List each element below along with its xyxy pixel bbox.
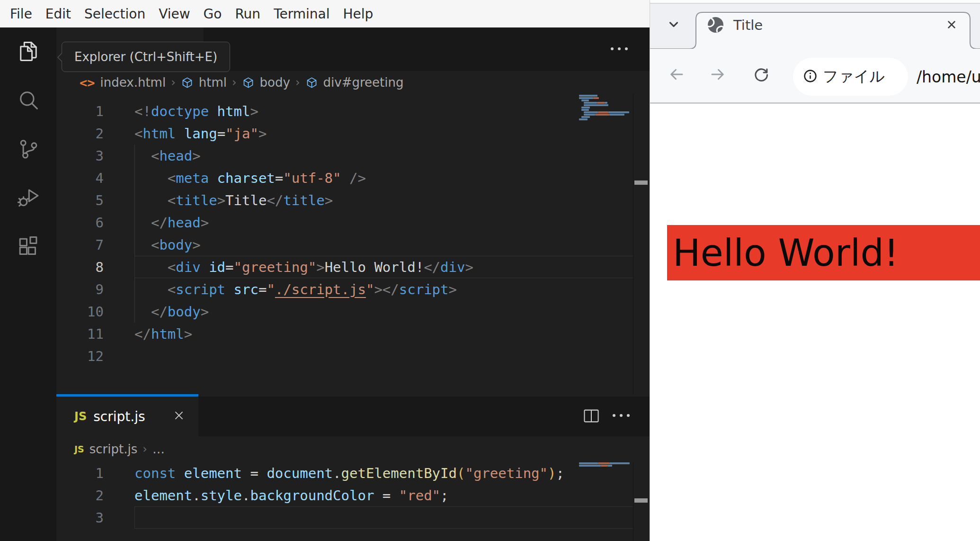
symbol-cube-icon: [242, 76, 255, 89]
activity-search-button[interactable]: [0, 76, 56, 125]
minimap[interactable]: [579, 95, 629, 121]
menu-item-selection[interactable]: Selection: [78, 6, 152, 22]
code-line[interactable]: 3 <head>: [56, 144, 633, 167]
line-number: 2: [56, 487, 104, 504]
tab-label: script.js: [93, 409, 145, 424]
reload-icon: [752, 66, 769, 85]
code-line[interactable]: 11</html>: [56, 323, 633, 345]
vscode-menu-bar: FileEditSelectionViewGoRunTerminalHelp: [0, 0, 650, 27]
back-button[interactable]: [667, 66, 686, 85]
menu-item-terminal[interactable]: Terminal: [267, 6, 336, 22]
close-icon: [945, 18, 958, 33]
extensions-icon: [16, 234, 41, 261]
ellipsis-icon: [611, 47, 614, 50]
info-icon: [793, 69, 818, 85]
js-code-editor[interactable]: 1const element = document.getElementById…: [56, 462, 633, 529]
forward-button[interactable]: [708, 66, 727, 85]
breadcrumb: <>index.html›html›body›div#greeting: [80, 71, 403, 94]
greeting-banner: Hello World!: [667, 225, 980, 280]
breadcrumb-item[interactable]: div#greeting: [323, 75, 404, 90]
current-line-highlight: [134, 506, 633, 529]
overview-ruler-cursor-mark: [634, 180, 648, 185]
breadcrumb-item[interactable]: body: [260, 75, 290, 90]
reload-button[interactable]: [751, 66, 770, 85]
explorer-tooltip: Explorer (Ctrl+Shift+E): [62, 42, 230, 72]
symbol-cube-icon: [181, 76, 194, 89]
menu-item-help[interactable]: Help: [336, 6, 380, 22]
browser-active-tab-shape: [650, 4, 980, 50]
tab-title: Title: [733, 17, 763, 33]
code-line[interactable]: 8 <div id="greeting">Hello World!</div>: [56, 256, 633, 278]
arrow-left-icon: [668, 66, 685, 85]
activity-source-control-button[interactable]: [0, 125, 56, 174]
line-number: 5: [56, 192, 104, 208]
source-control-icon: [16, 136, 41, 163]
menu-item-edit[interactable]: Edit: [39, 6, 78, 22]
browser-page-content: Hello World!: [650, 104, 980, 541]
tooltip-text: Explorer (Ctrl+Shift+E): [74, 50, 217, 64]
line-number: 3: [56, 148, 104, 164]
html-code-editor[interactable]: 1<!doctype html>2<html lang="ja">3 <head…: [56, 100, 633, 367]
breadcrumb-item[interactable]: index.html: [100, 75, 166, 90]
tab-search-button[interactable]: [662, 16, 685, 34]
activity-explorer-button[interactable]: [0, 27, 56, 76]
line-number: 1: [56, 465, 104, 481]
line-number: 8: [56, 259, 104, 275]
js-icon: JS: [74, 444, 84, 454]
tab-script-js[interactable]: JS script.js: [56, 397, 198, 436]
panel-overview-ruler-cursor-mark: [634, 498, 648, 503]
search-icon: [16, 88, 41, 114]
breadcrumb-separator-icon: ›: [295, 76, 300, 89]
activity-extensions-button[interactable]: [0, 223, 56, 271]
close-tab-button[interactable]: [173, 409, 185, 424]
line-number: 3: [56, 510, 104, 526]
chevron-down-icon: [667, 17, 681, 33]
greeting-heading: Hello World!: [667, 234, 899, 271]
menu-item-file[interactable]: File: [3, 6, 39, 22]
run-debug-icon: [16, 185, 41, 212]
browser-tab[interactable]: Title: [733, 16, 763, 34]
breadcrumb-separator-icon: ›: [143, 442, 147, 456]
split-editor-button[interactable]: [583, 408, 600, 425]
editor-more-actions-button[interactable]: [611, 47, 628, 50]
line-number: 2: [56, 126, 104, 142]
activity-run-debug-button[interactable]: [0, 174, 56, 223]
code-line[interactable]: 9 <script src="./script.js"></script>: [56, 278, 633, 300]
arrow-right-icon: [709, 66, 726, 85]
site-info-chip[interactable]: ファイル: [793, 58, 908, 96]
close-browser-tab-button[interactable]: [944, 18, 960, 33]
code-line[interactable]: 12: [56, 345, 633, 367]
code-line[interactable]: 10 </body>: [56, 300, 633, 323]
chip-label: ファイル: [823, 66, 885, 87]
line-number: 4: [56, 170, 104, 186]
code-line[interactable]: 1<!doctype html>: [56, 100, 633, 122]
code-line[interactable]: 1const element = document.getElementById…: [56, 462, 633, 484]
files-icon: [16, 39, 41, 65]
breadcrumb-item[interactable]: html: [199, 75, 227, 90]
symbol-cube-icon: [305, 76, 318, 89]
menu-item-view[interactable]: View: [152, 6, 196, 22]
globe-favicon: [707, 16, 724, 36]
line-number: 9: [56, 281, 104, 298]
line-number: 1: [56, 103, 104, 119]
line-number: 10: [56, 304, 104, 320]
breadcrumb-item[interactable]: script.js: [89, 442, 138, 456]
ellipsis-icon: [613, 414, 615, 417]
code-line[interactable]: 4 <meta charset="utf-8" />: [56, 167, 633, 189]
line-number: 11: [56, 326, 104, 342]
code-line[interactable]: 2<html lang="ja">: [56, 122, 633, 144]
breadcrumb-item[interactable]: …: [152, 442, 165, 456]
menu-item-go[interactable]: Go: [197, 6, 229, 22]
code-line[interactable]: 5 <title>Title</title>: [56, 189, 633, 211]
code-line[interactable]: 2element.style.backgroundColor = "red";: [56, 484, 633, 506]
code-line[interactable]: 3: [56, 506, 633, 529]
address-bar-url[interactable]: /home/u: [917, 58, 980, 96]
line-number: 12: [56, 348, 104, 364]
panel-minimap[interactable]: [579, 462, 630, 467]
code-line[interactable]: 7 <body>: [56, 234, 633, 256]
menu-item-run[interactable]: Run: [228, 6, 267, 22]
code-line[interactable]: 6 </head>: [56, 211, 633, 234]
breadcrumb-separator-icon: ›: [171, 76, 176, 89]
panel-breadcrumb: JSscript.js›…: [74, 436, 165, 462]
panel-more-actions-button[interactable]: [613, 414, 630, 417]
